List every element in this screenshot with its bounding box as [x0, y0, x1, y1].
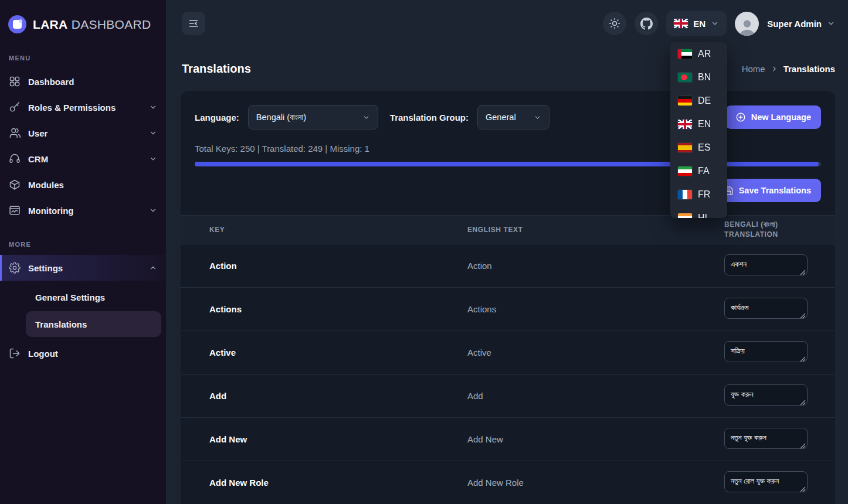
- language-select-value: Bengali (বাংলা): [256, 113, 306, 122]
- plus-circle-icon: [735, 112, 746, 122]
- english-cell: Action: [467, 261, 724, 271]
- chevron-down-icon: [534, 114, 541, 121]
- sidebar-item-logout[interactable]: Logout: [0, 340, 166, 366]
- sidebar-item-roles-permissions[interactable]: Roles & Permissions: [0, 94, 166, 120]
- translations-table: KEY ENGLISH TEXT BENGALI (বাংলা) TRANSLA…: [181, 215, 835, 504]
- sidebar-item-label: Roles & Permissions: [28, 103, 116, 113]
- english-cell: Add New: [467, 434, 724, 444]
- table-row: Add New Role Add New Role নতুন রোল যুক্ত…: [181, 461, 835, 504]
- sidebar-item-crm[interactable]: CRM: [0, 146, 166, 172]
- sidebar-item-label: Logout: [28, 349, 58, 359]
- menu-fold-icon: [188, 18, 199, 29]
- sidebar-item-dashboard[interactable]: Dashboard: [0, 69, 166, 94]
- brand-logo[interactable]: LARA DASHBOARD: [0, 0, 166, 37]
- sidebar-collapse-button[interactable]: [182, 12, 205, 35]
- sun-icon: [609, 18, 620, 29]
- theme-toggle-button[interactable]: [603, 12, 626, 35]
- settings-submenu: General Settings Translations: [0, 281, 166, 340]
- sidebar-item-label: Settings: [28, 263, 63, 273]
- language-option-fa[interactable]: FA: [670, 159, 727, 183]
- sidebar-item-user[interactable]: User: [0, 120, 166, 146]
- logout-icon: [9, 348, 21, 359]
- sidebar-item-monitoring[interactable]: Monitoring: [0, 197, 166, 223]
- translation-input[interactable]: সক্রিয়: [724, 341, 808, 362]
- sidebar-item-label: Monitoring: [28, 206, 73, 216]
- chevron-down-icon: [711, 19, 719, 28]
- table-header-row: KEY ENGLISH TEXT BENGALI (বাংলা) TRANSLA…: [181, 215, 835, 244]
- flag-spain-icon: [678, 143, 692, 152]
- sidebar-item-modules[interactable]: Modules: [0, 172, 166, 197]
- language-option-hi[interactable]: HI: [670, 206, 727, 218]
- translation-input[interactable]: কার্যক্রম: [724, 298, 808, 319]
- dashboard-icon: [9, 76, 21, 87]
- language-option-ar[interactable]: AR: [670, 42, 727, 66]
- user-name: Super Admin: [767, 19, 822, 29]
- sidebar-item-general-settings[interactable]: General Settings: [26, 284, 161, 310]
- translation-input[interactable]: যুক্ত করুন: [724, 384, 808, 406]
- chevron-down-icon: [149, 103, 157, 111]
- sidebar-item-settings[interactable]: Settings: [0, 255, 166, 281]
- sidebar-item-label: User: [28, 128, 48, 138]
- translation-input[interactable]: নতুন রোল যুক্ত করুন: [724, 471, 808, 492]
- english-cell: Active: [467, 348, 724, 357]
- key-cell: Action: [209, 261, 467, 271]
- flag-uk-icon: [674, 19, 688, 28]
- breadcrumb-home-link[interactable]: Home: [742, 64, 765, 74]
- save-translations-button[interactable]: Save Translations: [714, 179, 821, 202]
- translation-cell: একশন: [724, 254, 808, 278]
- translation-group-select[interactable]: General: [477, 105, 549, 130]
- flag-uk-icon: [678, 120, 692, 129]
- language-option-label: AR: [698, 49, 711, 59]
- user-menu[interactable]: Super Admin: [767, 19, 835, 29]
- language-label: Language:: [195, 113, 239, 122]
- english-cell: Add: [467, 391, 724, 401]
- sidebar-item-translations[interactable]: Translations: [26, 311, 161, 337]
- column-header-translation: BENGALI (বাংলা) TRANSLATION: [724, 220, 821, 240]
- brand-name-bold: LARA: [33, 18, 68, 31]
- translation-cell: যুক্ত করুন: [724, 384, 808, 408]
- language-option-es[interactable]: ES: [670, 136, 727, 159]
- avatar[interactable]: [735, 12, 759, 36]
- topbar-actions: EN Super Admin: [603, 11, 835, 36]
- translation-group-select-value: General: [486, 113, 516, 122]
- english-cell: Add New Role: [467, 478, 724, 488]
- github-button[interactable]: [635, 12, 658, 35]
- monitor-chart-icon: [9, 205, 21, 216]
- language-option-en[interactable]: EN: [670, 113, 727, 136]
- sidebar-item-label: Translations: [35, 319, 87, 329]
- brand-name: LARA DASHBOARD: [33, 18, 151, 32]
- chevron-down-icon: [362, 114, 370, 121]
- breadcrumb-current: Translations: [783, 64, 835, 74]
- new-language-button[interactable]: New Language: [725, 105, 821, 129]
- column-header-english: ENGLISH TEXT: [467, 226, 724, 234]
- flag-india-icon: [678, 213, 692, 218]
- english-cell: Actions: [467, 304, 724, 314]
- flag-uae-icon: [678, 49, 692, 59]
- sidebar-section-more: MORE: [0, 241, 166, 248]
- chevron-down-icon: [149, 155, 157, 163]
- language-option-label: EN: [698, 119, 711, 130]
- language-select[interactable]: Bengali (বাংলা): [248, 105, 378, 130]
- translation-input[interactable]: একশন: [724, 254, 808, 275]
- language-option-label: HI: [698, 213, 707, 218]
- sidebar-item-label: General Settings: [35, 292, 105, 302]
- sidebar-section-menu: MENU: [0, 55, 166, 62]
- language-selector[interactable]: EN: [666, 11, 727, 36]
- key-icon: [9, 101, 21, 113]
- chevron-down-icon: [149, 129, 157, 137]
- language-option-label: DE: [698, 96, 711, 106]
- language-option-fr[interactable]: FR: [670, 183, 727, 206]
- table-row: Add New Add New নতুন যুক্ত করুন: [181, 418, 835, 461]
- chevron-right-icon: [771, 65, 778, 73]
- key-cell: Add: [209, 391, 467, 401]
- sidebar-item-label: CRM: [28, 154, 48, 164]
- table-row: Action Action একশন: [181, 244, 835, 288]
- language-option-label: FA: [698, 166, 710, 176]
- language-option-de[interactable]: DE: [670, 89, 727, 113]
- chevron-up-icon: [149, 264, 157, 272]
- language-option-label: BN: [698, 72, 711, 83]
- brand-logo-icon: [8, 15, 26, 33]
- flag-bangladesh-icon: [678, 73, 692, 82]
- translation-input[interactable]: নতুন যুক্ত করুন: [724, 428, 808, 449]
- language-option-bn[interactable]: BN: [670, 66, 727, 89]
